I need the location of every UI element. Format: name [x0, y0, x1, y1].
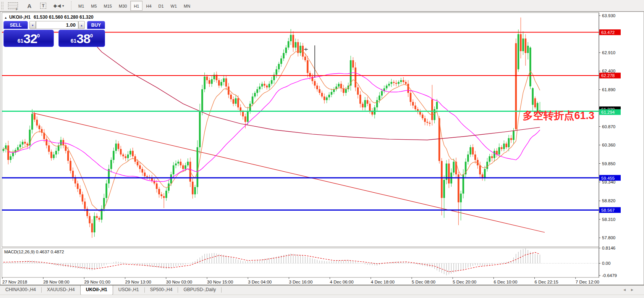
buy-price-big: 38 [76, 31, 90, 46]
tf-button-h4[interactable]: H4 [142, 1, 155, 11]
time-tick-label: 29 Nov 01:00 [84, 280, 110, 284]
price-badge-label: 62.278 [601, 73, 615, 78]
time-tick-label: 3 Dec 04:00 [248, 280, 272, 284]
chart-surface[interactable]: 63.93062.91062.40061.89061.38060.87060.3… [0, 12, 644, 285]
symbol-header: ▲UKOil-,H161.530 61.560 61.280 61.320 [4, 14, 94, 20]
price-badge-label: 63.472 [601, 30, 615, 35]
price-tick-label: 57.800 [602, 235, 615, 240]
price-axis: 63.93062.91062.40061.89061.38060.87060.3… [599, 13, 621, 240]
time-tick-label: 30 Nov 15:00 [207, 280, 233, 284]
tab-gbpusd[interactable]: GBPUSD-,Daily [178, 285, 221, 295]
time-tick-label: 4 Dec 06:00 [330, 280, 354, 284]
tf-button-mn[interactable]: MN [180, 1, 194, 11]
time-tick-label: 6 Dec 10:00 [494, 280, 517, 284]
buy-price-small: 61 [71, 38, 77, 44]
pane-divider[interactable] [2, 247, 599, 248]
one-click-trade-panel: SELL ▼ 1.00 ▲ BUY 61320 61380 [3, 21, 105, 47]
price-badge-label: 58.567 [601, 208, 615, 213]
sell-price-sup: 0 [37, 33, 40, 39]
sell-button[interactable]: SELL [3, 21, 28, 29]
buy-button[interactable]: BUY [87, 21, 105, 29]
macd-tick-label: -0.6479 [602, 273, 617, 278]
symbol-name: UKOil-,H1 [9, 14, 31, 20]
time-tick-label: 6 Dec 22:15 [535, 280, 558, 284]
buy-price-sup: 0 [90, 33, 93, 39]
buy-price-panel[interactable]: 61380 [58, 30, 105, 47]
chart-annotation-text[interactable]: 多空转折点61.3 [442, 109, 594, 122]
time-tick-label: 5 Dec 20:00 [453, 280, 476, 284]
tab-ukoil[interactable]: UKOil-,H1 [80, 285, 113, 295]
timeframe-group: M1 M5 M15 M30 H1 H4 D1 W1 MN [75, 1, 194, 11]
time-tick-label: 4 Dec 18:00 [371, 280, 395, 284]
tf-button-m30[interactable]: M30 [115, 1, 130, 11]
volume-input[interactable]: 1.00 [36, 21, 78, 29]
time-tick-label: 5 Dec 08:00 [412, 280, 435, 284]
tf-button-m5[interactable]: M5 [87, 1, 100, 11]
price-tick-label: 58.820 [602, 198, 615, 203]
chart-tab-bar: CHINA300-,H4XAUUSD-,H4UKOil-,H1USOil-,H1… [0, 285, 644, 295]
price-tick-label: 62.910 [602, 50, 615, 55]
tf-button-d1[interactable]: D1 [155, 1, 167, 11]
price-tick-label: 63.930 [602, 13, 615, 18]
time-tick-label: 30 Nov 03:00 [166, 280, 192, 284]
tf-button-w1[interactable]: W1 [167, 1, 181, 11]
price-tick-label: 58.310 [602, 217, 615, 222]
time-tick-label: 29 Nov 13:00 [125, 280, 151, 284]
arrows-icon[interactable]: ◆◀▾ [51, 1, 66, 10]
tf-button-m15[interactable]: M15 [100, 1, 115, 11]
tab-sp500[interactable]: SP500-,H4 [145, 285, 178, 295]
terminal-window: F A T ◆◀▾ M1 M5 M15 M30 H1 H4 D1 W1 MN 6… [0, 0, 644, 298]
toolbar-separator [71, 1, 71, 10]
tf-button-h1[interactable]: H1 [130, 1, 142, 11]
tab-usoil[interactable]: USOil-,H1 [113, 285, 144, 295]
macd-label: MACD(12,26,9) 0.4637 0.4872 [4, 250, 64, 254]
volume-decrease-button[interactable]: ▼ [29, 21, 36, 29]
collapse-icon[interactable]: ▲ [4, 16, 7, 19]
tf-button-m1[interactable]: M1 [75, 1, 87, 11]
ohlc-values: 61.530 61.560 61.280 61.320 [34, 14, 94, 20]
time-tick-label: 3 Dec 16:00 [289, 280, 312, 284]
tab-scroll-left-icon: ◂ [623, 287, 631, 292]
price-tick-label: 59.850 [602, 161, 615, 166]
status-bar [0, 295, 644, 298]
price-badge-label: 61.294 [601, 110, 615, 114]
tab-xauusd[interactable]: XAUUSD-,H4 [42, 285, 80, 295]
volume-increase-button[interactable]: ▲ [78, 21, 85, 29]
price-tick-label: 60.870 [602, 124, 615, 129]
toolbar-grip[interactable] [1, 2, 4, 10]
time-axis: 27 Nov 201828 Nov 08:0029 Nov 01:0029 No… [2, 277, 599, 284]
price-tick-label: 61.890 [602, 87, 615, 92]
tab-china300[interactable]: CHINA300-,H4 [0, 285, 41, 295]
price-tick-label: 60.360 [602, 143, 615, 147]
chevron-down-icon: ▾ [62, 4, 64, 8]
fibo-grid-icon[interactable]: F [5, 1, 21, 10]
time-tick-label: 27 Nov 2018 [2, 280, 27, 284]
chart-window: 63.93062.91062.40061.89061.38060.87060.3… [0, 11, 644, 285]
sell-price-small: 61 [18, 38, 24, 44]
tab-scroll-arrows[interactable]: ◂▸ [623, 287, 639, 292]
time-tick-label: 7 Dec 12:00 [576, 280, 599, 284]
tab-scroll-right-icon: ▸ [631, 287, 639, 292]
tab-separator [221, 287, 222, 293]
text-label-icon[interactable]: A [24, 1, 35, 10]
time-tick-label: 28 Nov 08:00 [43, 280, 69, 284]
fibo-grid-glyph: F [8, 2, 18, 9]
sell-price-big: 32 [23, 31, 37, 46]
price-badge-label: 59.455 [601, 176, 615, 180]
macd-tick-label: 0.8146 [602, 246, 615, 250]
sell-price-panel[interactable]: 61320 [3, 30, 54, 47]
macd-tick-label: 0.00 [602, 261, 610, 266]
toolbar: F A T ◆◀▾ M1 M5 M15 M30 H1 H4 D1 W1 MN [0, 0, 644, 11]
text-box-icon[interactable]: T [37, 1, 49, 10]
